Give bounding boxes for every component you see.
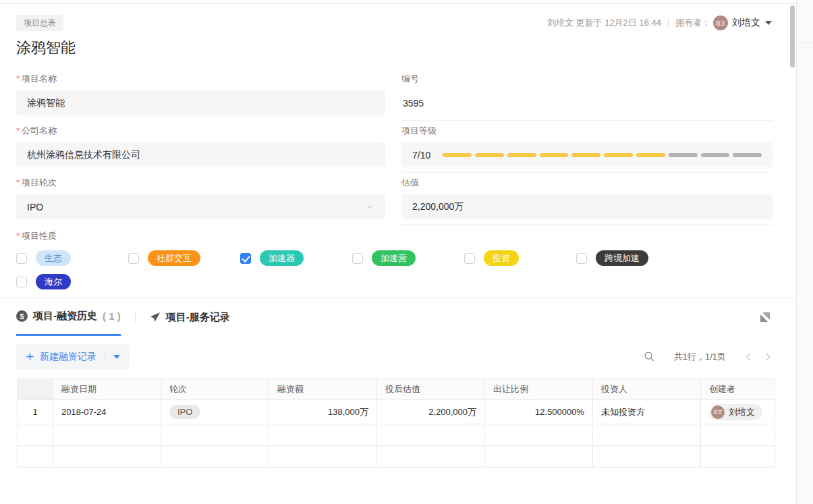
grade-segment xyxy=(604,153,633,157)
field-label: 项目等级 xyxy=(401,125,773,137)
checkbox[interactable] xyxy=(16,253,27,264)
grade-bar[interactable] xyxy=(443,153,762,157)
project-name-input[interactable]: 涂鸦智能 xyxy=(16,90,385,115)
rocket-icon xyxy=(150,312,161,323)
required-mark: * xyxy=(16,177,20,188)
column-header-date[interactable]: 融资日期 xyxy=(53,379,161,400)
cell-ratio[interactable]: 12.500000% xyxy=(485,400,593,424)
field-round: *项目轮次 IPO xyxy=(16,177,385,219)
search-icon[interactable] xyxy=(644,351,655,362)
column-header-creator[interactable]: 创建者 xyxy=(701,379,775,400)
grade-segment xyxy=(701,153,730,157)
nature-tag: 海尔 xyxy=(36,274,71,289)
field-label: *项目性质 xyxy=(16,230,773,242)
round-select[interactable]: IPO xyxy=(16,194,385,219)
nature-tag: 社群交互 xyxy=(148,250,200,266)
add-financing-record-button[interactable]: 新建融资记录 xyxy=(16,344,130,369)
nature-tag: 投资 xyxy=(484,250,519,266)
checkbox[interactable] xyxy=(128,253,139,264)
pagination-text: 共1行，1/1页 xyxy=(674,351,726,363)
nature-tag: 生态 xyxy=(36,250,71,266)
nature-options: 生态 社群交互 加速器 加速营 xyxy=(16,250,773,298)
related-tabs: $ 项目-融资历史 ( 1 ) 项目-服务记录 xyxy=(0,298,796,336)
grade-segment xyxy=(669,153,698,157)
prev-page-icon[interactable] xyxy=(745,352,753,362)
nature-tag: 加速营 xyxy=(372,250,416,266)
pagination-arrows xyxy=(745,352,772,362)
updated-text: 刘培文 更新于 12月2日 16:44 xyxy=(547,17,661,29)
cell-post-valuation[interactable]: 2,200,000万 xyxy=(377,400,485,424)
field-valuation: 估值 2,200,000万 xyxy=(401,177,773,225)
cell-round[interactable]: IPO xyxy=(161,400,269,424)
grade-value: 7/10 xyxy=(412,150,430,161)
column-header-ratio[interactable]: 出让比例 xyxy=(485,379,593,400)
form-right-column: 编号 3595 项目等级 7/10 估值 2,200,000万 xyxy=(401,73,773,229)
column-header-investor[interactable]: 投资人 xyxy=(593,379,701,400)
creator-avatar: 培文 xyxy=(711,405,725,419)
nature-option-jiasuying[interactable]: 加速营 xyxy=(352,250,464,266)
nature-option-kuajing[interactable]: 跨境加速 xyxy=(576,250,688,266)
required-mark: * xyxy=(16,74,20,84)
header: 项目总表 刘培文 更新于 12月2日 16:44 拥有者： 培文 刘培文 涂鸦智… xyxy=(0,4,796,58)
round-select-value: IPO xyxy=(27,202,43,213)
background-page-divider xyxy=(797,42,813,43)
owner-name[interactable]: 刘培文 xyxy=(732,17,760,29)
cell-date[interactable]: 2018-07-24 xyxy=(53,400,161,424)
valuation-input[interactable]: 2,200,000万 xyxy=(401,194,773,219)
cell-amount[interactable]: 138,000万 xyxy=(269,400,377,424)
field-label: *项目轮次 xyxy=(16,177,385,189)
creator-tag: 培文 刘培文 xyxy=(709,404,762,420)
background-page-edge xyxy=(797,0,813,504)
add-options-caret-icon[interactable] xyxy=(113,355,120,359)
record-meta: 刘培文 更新于 12月2日 16:44 拥有者： 培文 刘培文 xyxy=(547,16,772,30)
checkbox[interactable] xyxy=(464,253,475,264)
required-mark: * xyxy=(16,231,20,241)
page-title: 涂鸦智能 xyxy=(16,38,772,58)
field-label: *公司名称 xyxy=(16,125,385,137)
nature-option-jiasuqi[interactable]: 加速器 xyxy=(240,250,352,266)
tab-label: 项目-服务记录 xyxy=(166,311,230,324)
checkbox[interactable] xyxy=(16,277,27,287)
round-tag: IPO xyxy=(169,405,200,419)
nature-option-touzi[interactable]: 投资 xyxy=(464,250,576,266)
checkbox[interactable] xyxy=(240,253,251,264)
owner-avatar: 培文 xyxy=(713,16,728,30)
nature-option-shengtai[interactable]: 生态 xyxy=(16,250,128,266)
column-header-round[interactable]: 轮次 xyxy=(161,379,269,400)
checkbox[interactable] xyxy=(352,253,363,264)
grade-segment xyxy=(540,153,569,157)
add-button-label: 新建融资记录 xyxy=(40,351,96,363)
chevron-down-icon xyxy=(366,202,374,211)
no-chart-icon xyxy=(758,310,772,324)
project-detail-drawer: 项目总表 刘培文 更新于 12月2日 16:44 拥有者： 培文 刘培文 涂鸦智… xyxy=(0,0,797,504)
grade-segment xyxy=(571,153,600,157)
field-label: *项目名称 xyxy=(16,73,385,85)
tab-service-records[interactable]: 项目-服务记录 xyxy=(150,298,230,336)
meta-divider xyxy=(668,19,669,28)
panel-toggle-button[interactable] xyxy=(758,298,772,336)
collection-tag[interactable]: 项目总表 xyxy=(16,15,63,31)
field-nature: *项目性质 生态 社群交互 加速器 xyxy=(16,230,773,298)
grade-segment xyxy=(443,153,472,157)
table-header-row: 融资日期 轮次 融资额 投后估值 出让比例 投资人 创建者 xyxy=(18,379,775,400)
owner-label: 拥有者： xyxy=(675,17,710,29)
field-code: 编号 3595 xyxy=(401,73,773,121)
column-header-amount[interactable]: 融资额 xyxy=(269,379,377,400)
tab-count: ( 1 ) xyxy=(103,310,121,322)
column-header-post-valuation[interactable]: 投后估值 xyxy=(377,379,485,400)
company-name-input[interactable]: 杭州涂鸦信息技术有限公司 xyxy=(16,142,385,167)
nature-option-shequn[interactable]: 社群交互 xyxy=(128,250,240,266)
table-row[interactable]: 1 2018-07-24 IPO 138,000万 2,200,000万 12.… xyxy=(18,400,775,424)
cell-investor[interactable]: 未知投资方 xyxy=(593,400,701,424)
tab-financing-history[interactable]: $ 项目-融资历史 ( 1 ) xyxy=(16,298,121,336)
next-page-icon[interactable] xyxy=(764,352,772,362)
grade-segment xyxy=(507,153,536,157)
owner-dropdown-caret-icon[interactable] xyxy=(765,21,772,25)
code-value: 3595 xyxy=(401,90,773,115)
grade-segment xyxy=(475,153,504,157)
cell-creator[interactable]: 培文 刘培文 xyxy=(701,400,775,424)
vertical-scrollbar[interactable] xyxy=(790,5,795,67)
checkbox[interactable] xyxy=(576,253,587,264)
nature-option-haier[interactable]: 海尔 xyxy=(16,274,128,289)
tab-separator xyxy=(135,312,136,323)
